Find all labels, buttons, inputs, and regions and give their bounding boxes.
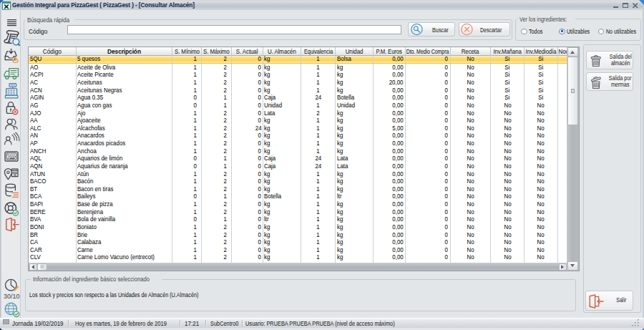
svg-text:30/10: 30/10	[4, 293, 20, 300]
